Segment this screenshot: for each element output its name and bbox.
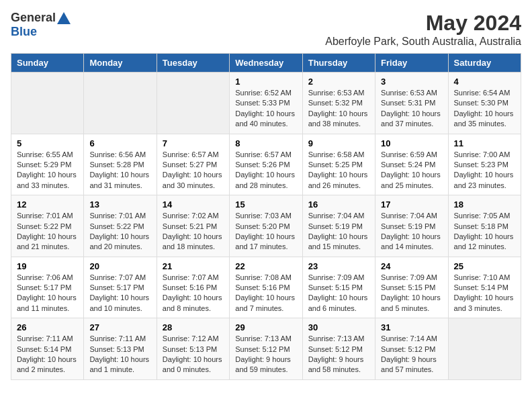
day-info: Sunrise: 7:12 AM Sunset: 5:13 PM Dayligh… <box>163 334 224 375</box>
day-info: Sunrise: 6:55 AM Sunset: 5:29 PM Dayligh… <box>17 150 78 191</box>
day-info: Sunrise: 7:01 AM Sunset: 5:22 PM Dayligh… <box>17 211 78 253</box>
day-number: 20 <box>89 261 150 271</box>
day-number: 15 <box>235 199 296 210</box>
day-info: Sunrise: 6:57 AM Sunset: 5:27 PM Dayligh… <box>163 150 224 191</box>
day-number: 6 <box>89 138 150 148</box>
calendar-cell: 22Sunrise: 7:08 AM Sunset: 5:16 PM Dayli… <box>230 257 302 318</box>
column-header-thursday: Thursday <box>302 54 375 73</box>
logo: General Blue <box>11 11 71 39</box>
day-number: 21 <box>163 261 224 271</box>
calendar-week-row: 26Sunrise: 7:11 AM Sunset: 5:14 PM Dayli… <box>11 318 521 380</box>
calendar-cell: 16Sunrise: 7:04 AM Sunset: 5:19 PM Dayli… <box>302 195 375 257</box>
day-info: Sunrise: 7:01 AM Sunset: 5:22 PM Dayligh… <box>89 211 150 253</box>
calendar-table: SundayMondayTuesdayWednesdayThursdayFrid… <box>11 53 521 380</box>
calendar-cell: 20Sunrise: 7:07 AM Sunset: 5:17 PM Dayli… <box>84 257 157 318</box>
logo-general: General <box>11 11 56 25</box>
day-info: Sunrise: 6:52 AM Sunset: 5:33 PM Dayligh… <box>235 88 296 130</box>
calendar-cell <box>11 73 84 134</box>
calendar-cell: 11Sunrise: 7:00 AM Sunset: 5:23 PM Dayli… <box>448 134 521 195</box>
day-info: Sunrise: 7:11 AM Sunset: 5:14 PM Dayligh… <box>17 334 78 375</box>
calendar-cell: 17Sunrise: 7:04 AM Sunset: 5:19 PM Dayli… <box>375 195 448 257</box>
day-number: 17 <box>381 199 442 210</box>
calendar-week-row: 5Sunrise: 6:55 AM Sunset: 5:29 PM Daylig… <box>11 134 521 195</box>
day-number: 14 <box>163 199 224 210</box>
calendar-cell: 10Sunrise: 6:59 AM Sunset: 5:24 PM Dayli… <box>375 134 448 195</box>
day-number: 8 <box>235 138 296 148</box>
day-info: Sunrise: 7:10 AM Sunset: 5:14 PM Dayligh… <box>454 273 515 314</box>
day-number: 2 <box>308 77 369 87</box>
day-number: 29 <box>235 322 296 332</box>
day-number: 18 <box>454 199 515 210</box>
day-number: 1 <box>235 77 296 87</box>
day-number: 10 <box>381 138 442 148</box>
column-header-saturday: Saturday <box>448 54 521 73</box>
logo-blue: Blue <box>11 25 37 38</box>
day-info: Sunrise: 6:54 AM Sunset: 5:30 PM Dayligh… <box>454 88 515 130</box>
calendar-cell: 24Sunrise: 7:09 AM Sunset: 5:15 PM Dayli… <box>375 257 448 318</box>
day-number: 23 <box>308 261 369 271</box>
day-number: 30 <box>308 322 369 332</box>
calendar-cell: 29Sunrise: 7:13 AM Sunset: 5:12 PM Dayli… <box>230 318 302 380</box>
day-info: Sunrise: 7:13 AM Sunset: 5:12 PM Dayligh… <box>308 334 369 375</box>
calendar-cell: 12Sunrise: 7:01 AM Sunset: 5:22 PM Dayli… <box>11 195 84 257</box>
day-number: 11 <box>454 138 515 148</box>
calendar-cell: 21Sunrise: 7:07 AM Sunset: 5:16 PM Dayli… <box>157 257 229 318</box>
day-number: 19 <box>17 261 78 271</box>
calendar-cell <box>157 73 229 134</box>
calendar-cell: 1Sunrise: 6:52 AM Sunset: 5:33 PM Daylig… <box>230 73 302 134</box>
day-info: Sunrise: 7:08 AM Sunset: 5:16 PM Dayligh… <box>235 273 296 314</box>
day-number: 28 <box>163 322 224 332</box>
day-number: 12 <box>17 199 78 210</box>
day-number: 27 <box>89 322 150 332</box>
day-number: 4 <box>454 77 515 87</box>
day-number: 25 <box>454 261 515 271</box>
calendar-cell: 18Sunrise: 7:05 AM Sunset: 5:18 PM Dayli… <box>448 195 521 257</box>
day-number: 5 <box>17 138 78 148</box>
svg-marker-0 <box>57 12 71 24</box>
day-info: Sunrise: 6:53 AM Sunset: 5:31 PM Dayligh… <box>381 88 442 130</box>
day-info: Sunrise: 7:14 AM Sunset: 5:12 PM Dayligh… <box>381 334 442 375</box>
day-number: 26 <box>17 322 78 332</box>
calendar-cell: 7Sunrise: 6:57 AM Sunset: 5:27 PM Daylig… <box>157 134 229 195</box>
column-header-wednesday: Wednesday <box>230 54 302 73</box>
calendar-cell: 9Sunrise: 6:58 AM Sunset: 5:25 PM Daylig… <box>302 134 375 195</box>
day-info: Sunrise: 7:03 AM Sunset: 5:20 PM Dayligh… <box>235 211 296 253</box>
calendar-cell: 8Sunrise: 6:57 AM Sunset: 5:26 PM Daylig… <box>230 134 302 195</box>
calendar-cell <box>448 318 521 380</box>
day-number: 16 <box>308 199 369 210</box>
calendar-header-row: SundayMondayTuesdayWednesdayThursdayFrid… <box>11 54 521 73</box>
calendar-cell: 14Sunrise: 7:02 AM Sunset: 5:21 PM Dayli… <box>157 195 229 257</box>
calendar-cell: 25Sunrise: 7:10 AM Sunset: 5:14 PM Dayli… <box>448 257 521 318</box>
page-header: General Blue May 2024 Aberfoyle Park, So… <box>11 11 521 48</box>
day-info: Sunrise: 7:00 AM Sunset: 5:23 PM Dayligh… <box>454 150 515 191</box>
calendar-cell <box>84 73 157 134</box>
title-block: May 2024 Aberfoyle Park, South Australia… <box>325 11 521 48</box>
calendar-cell: 30Sunrise: 7:13 AM Sunset: 5:12 PM Dayli… <box>302 318 375 380</box>
day-number: 13 <box>89 199 150 210</box>
day-info: Sunrise: 7:13 AM Sunset: 5:12 PM Dayligh… <box>235 334 296 375</box>
calendar-cell: 28Sunrise: 7:12 AM Sunset: 5:13 PM Dayli… <box>157 318 229 380</box>
day-info: Sunrise: 7:05 AM Sunset: 5:18 PM Dayligh… <box>454 211 515 253</box>
day-info: Sunrise: 6:59 AM Sunset: 5:24 PM Dayligh… <box>381 150 442 191</box>
calendar-cell: 27Sunrise: 7:11 AM Sunset: 5:13 PM Dayli… <box>84 318 157 380</box>
calendar-cell: 6Sunrise: 6:56 AM Sunset: 5:28 PM Daylig… <box>84 134 157 195</box>
day-number: 3 <box>381 77 442 87</box>
day-info: Sunrise: 7:06 AM Sunset: 5:17 PM Dayligh… <box>17 273 78 314</box>
calendar-week-row: 19Sunrise: 7:06 AM Sunset: 5:17 PM Dayli… <box>11 257 521 318</box>
day-info: Sunrise: 7:04 AM Sunset: 5:19 PM Dayligh… <box>381 211 442 253</box>
column-header-monday: Monday <box>84 54 157 73</box>
location-subtitle: Aberfoyle Park, South Australia, Austral… <box>325 36 521 48</box>
month-year-title: May 2024 <box>325 11 521 36</box>
day-info: Sunrise: 6:57 AM Sunset: 5:26 PM Dayligh… <box>235 150 296 191</box>
day-info: Sunrise: 6:56 AM Sunset: 5:28 PM Dayligh… <box>89 150 150 191</box>
calendar-cell: 19Sunrise: 7:06 AM Sunset: 5:17 PM Dayli… <box>11 257 84 318</box>
day-info: Sunrise: 6:53 AM Sunset: 5:32 PM Dayligh… <box>308 88 369 130</box>
calendar-cell: 2Sunrise: 6:53 AM Sunset: 5:32 PM Daylig… <box>302 73 375 134</box>
calendar-cell: 31Sunrise: 7:14 AM Sunset: 5:12 PM Dayli… <box>375 318 448 380</box>
day-info: Sunrise: 7:04 AM Sunset: 5:19 PM Dayligh… <box>308 211 369 253</box>
day-info: Sunrise: 7:07 AM Sunset: 5:17 PM Dayligh… <box>89 273 150 314</box>
calendar-week-row: 1Sunrise: 6:52 AM Sunset: 5:33 PM Daylig… <box>11 73 521 134</box>
day-info: Sunrise: 7:02 AM Sunset: 5:21 PM Dayligh… <box>163 211 224 253</box>
calendar-cell: 5Sunrise: 6:55 AM Sunset: 5:29 PM Daylig… <box>11 134 84 195</box>
calendar-cell: 23Sunrise: 7:09 AM Sunset: 5:15 PM Dayli… <box>302 257 375 318</box>
